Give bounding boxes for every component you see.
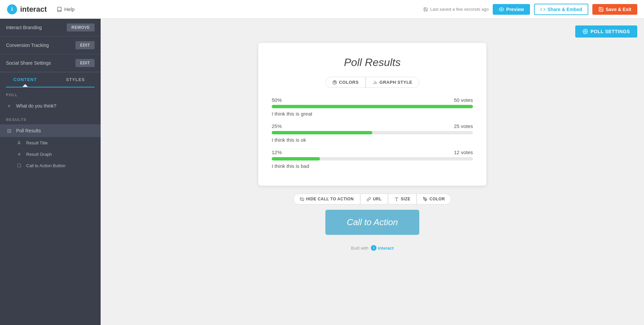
help-button[interactable]: Help	[57, 6, 74, 12]
color-pencil-icon	[423, 197, 427, 201]
poll-settings-button[interactable]: POLL SETTINGS	[575, 25, 637, 38]
main-layout: Interact Branding REMOVE Conversion Trac…	[0, 19, 644, 325]
cta-tab-url[interactable]: URL	[360, 194, 388, 204]
interact-mini-logo: i	[371, 245, 377, 251]
cta-action-button[interactable]: Call to Action	[325, 210, 419, 235]
sidebar-item-poll-question[interactable]: ＋ What do you think?	[0, 100, 101, 112]
edit-conversion-button[interactable]: EDIT	[75, 41, 95, 49]
save-exit-button[interactable]: Save & Exit	[592, 4, 637, 15]
svg-point-5	[334, 81, 335, 82]
palette-icon	[332, 80, 337, 85]
sidebar-tabs: CONTENT STYLES	[0, 72, 101, 87]
svg-text:i: i	[11, 6, 13, 12]
conversion-tracking-label: Conversion Tracking	[6, 43, 49, 48]
result-pct-0: 50%	[272, 97, 282, 103]
result-pct-1: 25%	[272, 123, 282, 129]
tab-content[interactable]: CONTENT	[0, 72, 50, 87]
result-header-0: 50% 50 votes	[272, 97, 473, 103]
poll-result-item-0: 50% 50 votes I think this is great	[272, 97, 473, 117]
poll-result-item-1: 25% 25 votes I think this is ok	[272, 123, 473, 143]
tab-styles[interactable]: STYLES	[50, 72, 101, 87]
main-content: POLL SETTINGS Poll Results COLORS GRAPH …	[101, 19, 644, 325]
cta-sub-tabs: HIDE CALL TO ACTION URL SIZE COLOR	[293, 194, 451, 204]
bar-fill-1	[272, 131, 372, 134]
social-share-row: Social Share Settings EDIT	[0, 54, 101, 72]
remove-branding-button[interactable]: REMOVE	[67, 23, 95, 31]
poll-results-list: 50% 50 votes I think this is great 25% 2…	[272, 97, 473, 169]
result-label-0: I think this is great	[272, 111, 473, 117]
logo-text: interact	[20, 5, 47, 14]
save-status: Last saved a few seconds ago	[423, 7, 489, 12]
sidebar-subitem-cta-button[interactable]: ☐ Call to Action Button	[0, 160, 101, 171]
eye-icon	[499, 7, 504, 12]
cta-section: HIDE CALL TO ACTION URL SIZE COLOR Call …	[293, 194, 451, 235]
result-votes-1: 25 votes	[454, 123, 473, 129]
cta-tab-color[interactable]: COLOR	[417, 194, 451, 204]
text-icon: A	[16, 140, 22, 145]
sidebar: Interact Branding REMOVE Conversion Trac…	[0, 19, 101, 325]
social-share-label: Social Share Settings	[6, 60, 51, 66]
poll-result-item-2: 12% 12 votes I think this is bad	[272, 149, 473, 169]
sidebar-item-poll-results[interactable]: ⊟ Poll Results	[0, 124, 101, 137]
checkbox-icon: ☐	[16, 163, 22, 168]
svg-point-6	[335, 82, 336, 82]
graph-icon: ≡	[16, 151, 22, 157]
result-pct-2: 12%	[272, 149, 282, 155]
top-nav: i interact Help Last saved a few seconds…	[0, 0, 644, 19]
svg-point-13	[425, 198, 425, 199]
save-icon	[423, 7, 428, 12]
poll-sub-tabs: COLORS GRAPH STYLE	[272, 77, 473, 88]
result-votes-2: 12 votes	[454, 149, 473, 155]
preview-button[interactable]: Preview	[493, 4, 530, 15]
built-with-logo: i interact	[371, 245, 394, 251]
bar-bg-2	[272, 157, 473, 160]
result-header-2: 12% 12 votes	[272, 149, 473, 155]
bar-bg-0	[272, 105, 473, 108]
nav-left: i interact Help	[7, 4, 74, 15]
bar-fill-0	[272, 105, 473, 108]
result-header-1: 25% 25 votes	[272, 123, 473, 129]
sidebar-subitem-result-title[interactable]: A Result Title	[0, 137, 101, 148]
result-label-1: I think this is ok	[272, 137, 473, 143]
sidebar-header: Interact Branding REMOVE Conversion Trac…	[0, 19, 101, 72]
svg-point-3	[585, 31, 586, 32]
tab-colors[interactable]: COLORS	[325, 77, 366, 88]
share-embed-button[interactable]: Share & Embed	[534, 4, 588, 15]
bar-chart-icon	[373, 80, 377, 85]
grid-icon: ⊟	[6, 128, 12, 134]
text-size-icon	[394, 197, 399, 201]
bar-bg-1	[272, 131, 473, 134]
gear-icon	[583, 29, 588, 34]
cta-tab-hide[interactable]: HIDE CALL TO ACTION	[293, 194, 360, 204]
result-label-2: I think this is bad	[272, 163, 473, 169]
section-results-label: RESULTS	[0, 112, 101, 124]
poll-title: Poll Results	[272, 56, 473, 69]
svg-text:i: i	[373, 246, 374, 250]
save-exit-icon	[598, 7, 604, 12]
result-votes-0: 50 votes	[454, 97, 473, 103]
section-poll-label: POLL	[0, 87, 101, 100]
svg-point-4	[334, 82, 334, 82]
nav-right: Last saved a few seconds ago Preview Sha…	[423, 4, 637, 15]
built-with: Built with i interact	[351, 245, 394, 251]
cta-tab-size[interactable]: SIZE	[388, 194, 417, 204]
plus-icon: ＋	[6, 103, 12, 109]
link-icon	[367, 197, 371, 201]
book-icon	[57, 7, 62, 12]
sidebar-subitem-result-graph[interactable]: ≡ Result Graph	[0, 148, 101, 160]
tab-graph-style[interactable]: GRAPH STYLE	[366, 77, 419, 88]
bar-fill-2	[272, 157, 320, 160]
eye-slash-icon	[300, 197, 304, 201]
logo-link[interactable]: i interact	[7, 4, 47, 15]
svg-point-2	[501, 9, 502, 10]
branding-row: Interact Branding REMOVE	[0, 19, 101, 37]
code-icon	[540, 7, 545, 12]
poll-card: Poll Results COLORS GRAPH STYLE 50% 50 v…	[258, 43, 486, 186]
branding-label: Interact Branding	[6, 25, 42, 30]
conversion-tracking-row: Conversion Tracking EDIT	[0, 37, 101, 54]
edit-social-button[interactable]: EDIT	[75, 59, 95, 67]
logo-icon: i	[7, 4, 17, 15]
